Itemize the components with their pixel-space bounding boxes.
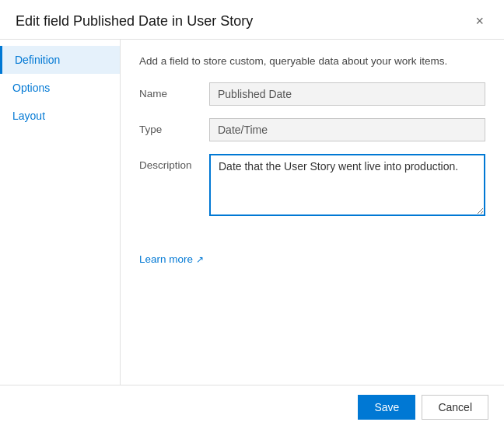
dialog-body: Definition Options Layout Add a field to… <box>0 40 504 385</box>
name-field-container <box>209 82 485 106</box>
learn-more-link[interactable]: Learn more ↗ <box>139 253 204 265</box>
name-row: Name <box>139 82 485 106</box>
description-row: Description <box>139 154 485 218</box>
save-button[interactable]: Save <box>358 395 415 420</box>
close-button[interactable]: × <box>471 12 488 30</box>
name-input[interactable] <box>209 82 485 106</box>
type-row: Type <box>139 118 485 141</box>
content-description: Add a field to store custom, queryable d… <box>139 55 485 67</box>
type-input[interactable] <box>209 118 485 141</box>
learn-more-text: Learn more <box>139 253 193 265</box>
external-link-icon: ↗ <box>196 254 204 265</box>
sidebar-item-definition[interactable]: Definition <box>0 46 120 74</box>
sidebar-item-layout[interactable]: Layout <box>0 102 120 130</box>
name-label: Name <box>139 82 209 99</box>
description-field-container <box>209 154 485 218</box>
dialog-footer: Save Cancel <box>0 385 504 429</box>
sidebar-item-options[interactable]: Options <box>0 74 120 102</box>
dialog-title: Edit field Published Date in User Story <box>16 13 253 30</box>
description-textarea[interactable] <box>209 154 485 216</box>
sidebar: Definition Options Layout <box>0 40 121 385</box>
edit-field-dialog: Edit field Published Date in User Story … <box>0 0 504 429</box>
learn-more-section: Learn more ↗ <box>139 246 485 265</box>
cancel-button[interactable]: Cancel <box>422 395 488 420</box>
type-label: Type <box>139 118 209 135</box>
type-field-container <box>209 118 485 141</box>
main-content: Add a field to store custom, queryable d… <box>121 40 504 385</box>
description-label: Description <box>139 154 209 171</box>
dialog-header: Edit field Published Date in User Story … <box>0 0 504 40</box>
